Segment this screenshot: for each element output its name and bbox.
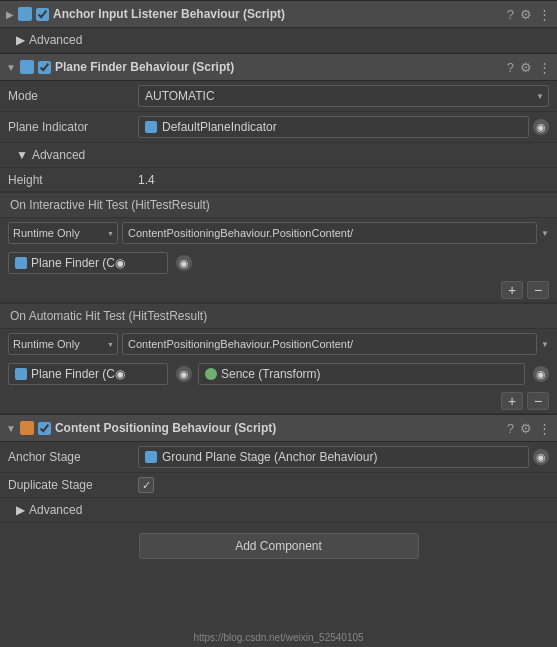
automatic-runtime-row: Runtime Only ContentPositioningBehaviour… bbox=[0, 329, 557, 359]
duplicate-stage-checkbox[interactable]: ✓ bbox=[138, 477, 154, 493]
height-value: 1.4 bbox=[138, 173, 155, 187]
anchor-stage-circle-btn[interactable]: ◉ bbox=[533, 449, 549, 465]
automatic-plus-minus: + − bbox=[0, 389, 557, 414]
content-advanced[interactable]: ▶ Advanced bbox=[0, 498, 557, 523]
anchor-stage-icon bbox=[145, 451, 157, 463]
anchor-stage-text: Ground Plane Stage (Anchor Behaviour) bbox=[162, 450, 377, 464]
anchor-input-checkbox[interactable] bbox=[36, 8, 49, 21]
runtime-wrapper-1: Runtime Only bbox=[8, 222, 118, 244]
content-positioning-settings-icon[interactable]: ⚙ bbox=[520, 421, 532, 436]
duplicate-stage-row: Duplicate Stage ✓ bbox=[0, 473, 557, 498]
collapse-arrow-anchor[interactable]: ▶ bbox=[6, 9, 14, 20]
height-row: Height 1.4 bbox=[0, 168, 557, 192]
interactive-plane-field[interactable]: Plane Finder (C◉ bbox=[8, 252, 168, 274]
interactive-plane-row: Plane Finder (C◉ ◉ bbox=[0, 248, 557, 278]
interactive-runtime-row: Runtime Only ContentPositioningBehaviour… bbox=[0, 218, 557, 248]
mode-row: Mode AUTOMATIC bbox=[0, 81, 557, 112]
content-positioning-header-icons: ? ⚙ ⋮ bbox=[507, 421, 551, 436]
advanced-arrow-3[interactable]: ▶ bbox=[16, 503, 25, 517]
anchor-input-settings-icon[interactable]: ⚙ bbox=[520, 7, 532, 22]
advanced-arrow-1[interactable]: ▶ bbox=[16, 33, 25, 47]
plane-finder-title: Plane Finder Behaviour (Script) bbox=[55, 60, 507, 74]
watermark: https://blog.csdn.net/weixin_52540105 bbox=[0, 630, 557, 645]
anchor-input-title: Anchor Input Listener Behaviour (Script) bbox=[53, 7, 507, 21]
content-positioning-title: Content Positioning Behaviour (Script) bbox=[55, 421, 507, 435]
mode-select[interactable]: AUTOMATIC bbox=[138, 85, 549, 107]
content-positioning-header: ▼ Content Positioning Behaviour (Script)… bbox=[0, 414, 557, 442]
plane-indicator-field[interactable]: DefaultPlaneIndicator bbox=[138, 116, 529, 138]
plane-finder-advanced[interactable]: ▼ Advanced bbox=[0, 143, 557, 168]
automatic-plane-field[interactable]: Plane Finder (C◉ bbox=[8, 363, 168, 385]
plane-indicator-label: Plane Indicator bbox=[8, 120, 138, 134]
func-field-2: ContentPositioningBehaviour.PositionCont… bbox=[122, 333, 537, 355]
runtime-select-1[interactable]: Runtime Only bbox=[8, 222, 118, 244]
anchor-input-section: ▶ Anchor Input Listener Behaviour (Scrip… bbox=[0, 0, 557, 53]
advanced-arrow-2[interactable]: ▼ bbox=[16, 148, 28, 162]
anchor-stage-field[interactable]: Ground Plane Stage (Anchor Behaviour) bbox=[138, 446, 529, 468]
anchor-stage-label: Anchor Stage bbox=[8, 450, 138, 464]
interactive-plus-minus: + − bbox=[0, 278, 557, 303]
plane-finder-section: ▼ Plane Finder Behaviour (Script) ? ⚙ ⋮ … bbox=[0, 53, 557, 414]
height-value-container: 1.4 bbox=[138, 173, 549, 187]
interactive-plus-btn[interactable]: + bbox=[501, 281, 523, 299]
anchor-input-header-icons: ? ⚙ ⋮ bbox=[507, 7, 551, 22]
anchor-input-menu-icon[interactable]: ⋮ bbox=[538, 7, 551, 22]
anchor-input-icon bbox=[18, 7, 32, 21]
runtime-select-2[interactable]: Runtime Only bbox=[8, 333, 118, 355]
height-label: Height bbox=[8, 173, 138, 187]
duplicate-stage-value-container: ✓ bbox=[138, 477, 549, 493]
add-component-bar: Add Component bbox=[0, 523, 557, 569]
plane-finder-settings-icon[interactable]: ⚙ bbox=[520, 60, 532, 75]
automatic-circle-btn-2[interactable]: ◉ bbox=[533, 366, 549, 382]
advanced-label-3: Advanced bbox=[29, 503, 82, 517]
content-positioning-help-icon[interactable]: ? bbox=[507, 421, 514, 436]
automatic-plus-btn[interactable]: + bbox=[501, 392, 523, 410]
anchor-input-advanced[interactable]: ▶ Advanced bbox=[0, 28, 557, 53]
automatic-circle-btn-1[interactable]: ◉ bbox=[176, 366, 192, 382]
plane-finder-header: ▼ Plane Finder Behaviour (Script) ? ⚙ ⋮ bbox=[0, 53, 557, 81]
sence-text: Sence (Transform) bbox=[221, 367, 321, 381]
anchor-input-help-icon[interactable]: ? bbox=[507, 7, 514, 22]
add-component-button[interactable]: Add Component bbox=[139, 533, 419, 559]
content-positioning-section: ▼ Content Positioning Behaviour (Script)… bbox=[0, 414, 557, 523]
func-field-1: ContentPositioningBehaviour.PositionCont… bbox=[122, 222, 537, 244]
interactive-plane-icon bbox=[15, 257, 27, 269]
automatic-hit-label: On Automatic Hit Test (HitTestResult) bbox=[10, 309, 207, 323]
mode-select-wrapper: AUTOMATIC bbox=[138, 85, 549, 107]
runtime-wrapper-2: Runtime Only bbox=[8, 333, 118, 355]
automatic-plane-row: Plane Finder (C◉ ◉ Sence (Transform) ◉ bbox=[0, 359, 557, 389]
plane-finder-header-icons: ? ⚙ ⋮ bbox=[507, 60, 551, 75]
anchor-stage-value-container: Ground Plane Stage (Anchor Behaviour) ◉ bbox=[138, 446, 549, 468]
automatic-hit-header: On Automatic Hit Test (HitTestResult) bbox=[0, 303, 557, 329]
content-positioning-icon bbox=[20, 421, 34, 435]
plane-finder-checkbox[interactable] bbox=[38, 61, 51, 74]
func-text-1: ContentPositioningBehaviour.PositionCont… bbox=[128, 227, 353, 239]
collapse-arrow-plane[interactable]: ▼ bbox=[6, 62, 16, 73]
interactive-hit-header: On Interactive Hit Test (HitTestResult) bbox=[0, 192, 557, 218]
content-positioning-menu-icon[interactable]: ⋮ bbox=[538, 421, 551, 436]
plane-finder-help-icon[interactable]: ? bbox=[507, 60, 514, 75]
collapse-arrow-content[interactable]: ▼ bbox=[6, 423, 16, 434]
advanced-label-2: Advanced bbox=[32, 148, 85, 162]
sence-icon bbox=[205, 368, 217, 380]
automatic-plane-icon bbox=[15, 368, 27, 380]
plane-finder-menu-icon[interactable]: ⋮ bbox=[538, 60, 551, 75]
mode-label: Mode bbox=[8, 89, 138, 103]
duplicate-stage-label: Duplicate Stage bbox=[8, 478, 138, 492]
plane-indicator-circle-btn[interactable]: ◉ bbox=[533, 119, 549, 135]
anchor-stage-row: Anchor Stage Ground Plane Stage (Anchor … bbox=[0, 442, 557, 473]
mode-value-container: AUTOMATIC bbox=[138, 85, 549, 107]
automatic-minus-btn[interactable]: − bbox=[527, 392, 549, 410]
interactive-minus-btn[interactable]: − bbox=[527, 281, 549, 299]
plane-indicator-row: Plane Indicator DefaultPlaneIndicator ◉ bbox=[0, 112, 557, 143]
advanced-label-1: Advanced bbox=[29, 33, 82, 47]
interactive-plane-text: Plane Finder (C◉ bbox=[31, 256, 125, 270]
anchor-input-header: ▶ Anchor Input Listener Behaviour (Scrip… bbox=[0, 0, 557, 28]
sence-field[interactable]: Sence (Transform) bbox=[198, 363, 525, 385]
func-text-2: ContentPositioningBehaviour.PositionCont… bbox=[128, 338, 353, 350]
content-positioning-checkbox[interactable] bbox=[38, 422, 51, 435]
func-arrow-1: ▼ bbox=[541, 229, 549, 238]
plane-finder-icon bbox=[20, 60, 34, 74]
plane-indicator-value: DefaultPlaneIndicator ◉ bbox=[138, 116, 549, 138]
interactive-circle-btn-1[interactable]: ◉ bbox=[176, 255, 192, 271]
